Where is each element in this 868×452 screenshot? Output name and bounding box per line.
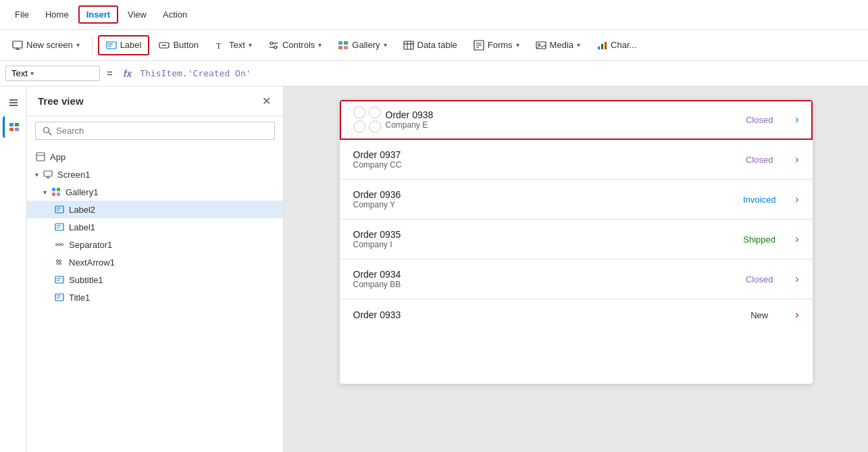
row-arrow-4: › bbox=[790, 273, 798, 285]
row-subtitle-0: Company E bbox=[386, 120, 730, 130]
new-screen-label: New screen bbox=[26, 40, 73, 50]
row-status-1: Closed bbox=[729, 155, 790, 165]
circle-3 bbox=[353, 121, 365, 133]
label2-icon bbox=[54, 204, 65, 215]
tree-item-subtitle1[interactable]: Subtitle1 bbox=[27, 271, 283, 288]
svg-point-60 bbox=[59, 263, 61, 265]
formula-dropdown-arrow: ▾ bbox=[30, 70, 34, 77]
label-icon bbox=[106, 40, 117, 51]
gallery1-chevron: ▾ bbox=[43, 189, 47, 196]
row-title-5: Order 0933 bbox=[353, 309, 730, 320]
svg-rect-3 bbox=[107, 42, 116, 49]
search-box[interactable] bbox=[35, 122, 275, 140]
gallery-list: Order 0938 Company E Closed › Order 0937… bbox=[340, 100, 813, 330]
svg-point-55 bbox=[59, 244, 61, 246]
toolbar: New screen ▾ Label Button T Text ▾ bbox=[0, 30, 868, 61]
label-button[interactable]: Label bbox=[98, 35, 150, 55]
row-arrow-2: › bbox=[790, 193, 798, 205]
svg-rect-15 bbox=[338, 46, 342, 49]
media-button[interactable]: Media ▾ bbox=[529, 36, 587, 54]
svg-rect-39 bbox=[36, 153, 45, 161]
svg-text:T: T bbox=[216, 41, 222, 51]
tree-item-label2[interactable]: Label2 bbox=[27, 201, 283, 218]
label1-icon bbox=[54, 222, 65, 232]
tree-item-separator1[interactable]: Separator1 bbox=[27, 236, 283, 253]
tree-item-nextarrow1-label: NextArrow1 bbox=[69, 257, 115, 268]
media-icon bbox=[536, 40, 546, 51]
screen-icon bbox=[12, 40, 23, 51]
gallery-row-2[interactable]: Order 0936 Company Y Invoiced › bbox=[340, 180, 813, 220]
controls-button[interactable]: Controls ▾ bbox=[261, 36, 328, 54]
charts-button[interactable]: Char... bbox=[590, 36, 643, 54]
row-subtitle-1: Company CC bbox=[353, 160, 730, 170]
menu-view[interactable]: View bbox=[121, 7, 153, 22]
new-screen-button[interactable]: New screen ▾ bbox=[5, 36, 86, 54]
treeview-icon-button[interactable] bbox=[3, 116, 24, 138]
datatable-icon bbox=[403, 40, 414, 51]
tree-item-gallery1[interactable]: ▾ Gallery1 bbox=[27, 183, 283, 201]
row-arrow-3: › bbox=[790, 233, 798, 245]
row-status-0: Closed bbox=[729, 115, 790, 125]
svg-rect-51 bbox=[55, 224, 63, 230]
gallery-row-5[interactable]: Order 0933 New › bbox=[340, 299, 813, 330]
menu-action[interactable]: Action bbox=[156, 7, 194, 22]
tree-panel: Tree view ✕ App bbox=[27, 86, 284, 452]
text-arrow: ▾ bbox=[249, 41, 252, 49]
row-title-4: Order 0934 bbox=[353, 269, 730, 280]
row-title-1: Order 0937 bbox=[353, 149, 730, 160]
menu-file[interactable]: File bbox=[8, 7, 36, 22]
menu-bar: File Home Insert View Action bbox=[0, 0, 868, 30]
svg-rect-13 bbox=[338, 41, 342, 45]
forms-button[interactable]: Forms ▾ bbox=[467, 36, 526, 54]
svg-rect-27 bbox=[598, 47, 600, 49]
menu-home[interactable]: Home bbox=[39, 7, 76, 22]
button-label: Button bbox=[173, 40, 199, 50]
tree-item-nextarrow1[interactable]: NextArrow1 bbox=[27, 253, 283, 271]
formula-property-dropdown[interactable]: Text ▾ bbox=[5, 66, 100, 81]
tree-item-label2-label: Label2 bbox=[69, 205, 95, 215]
tree-item-app[interactable]: App bbox=[27, 148, 283, 166]
tree-item-title1[interactable]: Title1 bbox=[27, 288, 283, 306]
tree-item-subtitle1-label: Subtitle1 bbox=[69, 275, 103, 285]
svg-rect-64 bbox=[55, 294, 63, 301]
tree-item-title1-label: Title1 bbox=[69, 293, 90, 303]
search-input[interactable] bbox=[56, 126, 267, 136]
svg-point-56 bbox=[61, 244, 63, 246]
subtitle-icon bbox=[54, 274, 65, 285]
gallery-tree-icon bbox=[51, 186, 61, 197]
row-left-1: Order 0937 Company CC bbox=[353, 149, 730, 170]
hamburger-menu-button[interactable] bbox=[3, 92, 24, 114]
tree-item-label1-label: Label1 bbox=[69, 222, 95, 232]
row-status-5: New bbox=[729, 310, 790, 320]
text-button[interactable]: T Text ▾ bbox=[208, 36, 259, 54]
menu-insert[interactable]: Insert bbox=[78, 5, 118, 24]
formula-bar: Text ▾ = fx bbox=[0, 61, 868, 86]
label-label: Label bbox=[120, 40, 142, 50]
button-button[interactable]: Button bbox=[152, 36, 205, 54]
tree-item-app-label: App bbox=[50, 152, 66, 162]
row-left-3: Order 0935 Company I bbox=[353, 229, 730, 249]
canvas-area: Order 0938 Company E Closed › Order 0937… bbox=[284, 86, 868, 452]
media-arrow: ▾ bbox=[577, 41, 580, 49]
datatable-button[interactable]: Data table bbox=[397, 36, 464, 54]
tree-close-button[interactable]: ✕ bbox=[261, 93, 272, 109]
forms-label: Forms bbox=[488, 40, 513, 50]
svg-rect-14 bbox=[344, 41, 348, 45]
row-title-0: Order 0938 bbox=[386, 109, 730, 120]
circle-2 bbox=[369, 107, 381, 119]
gallery-row-0[interactable]: Order 0938 Company E Closed › bbox=[340, 100, 813, 140]
gallery-row-4[interactable]: Order 0934 Company BB Closed › bbox=[340, 259, 813, 299]
gallery-row-1[interactable]: Order 0937 Company CC Closed › bbox=[340, 140, 813, 180]
gallery-button[interactable]: Gallery ▾ bbox=[331, 36, 393, 54]
forms-icon bbox=[474, 40, 484, 51]
svg-line-38 bbox=[49, 132, 51, 135]
row-arrow-0: › bbox=[790, 114, 798, 126]
gallery-row-3[interactable]: Order 0935 Company I Shipped › bbox=[340, 220, 813, 259]
gallery-icon bbox=[338, 40, 349, 51]
tree-item-screen1[interactable]: ▾ Screen1 bbox=[27, 166, 283, 183]
svg-point-11 bbox=[270, 42, 273, 45]
tree-item-label1[interactable]: Label1 bbox=[27, 218, 283, 236]
formula-input[interactable] bbox=[140, 68, 863, 78]
charts-icon bbox=[596, 40, 607, 51]
sep1 bbox=[92, 36, 93, 55]
